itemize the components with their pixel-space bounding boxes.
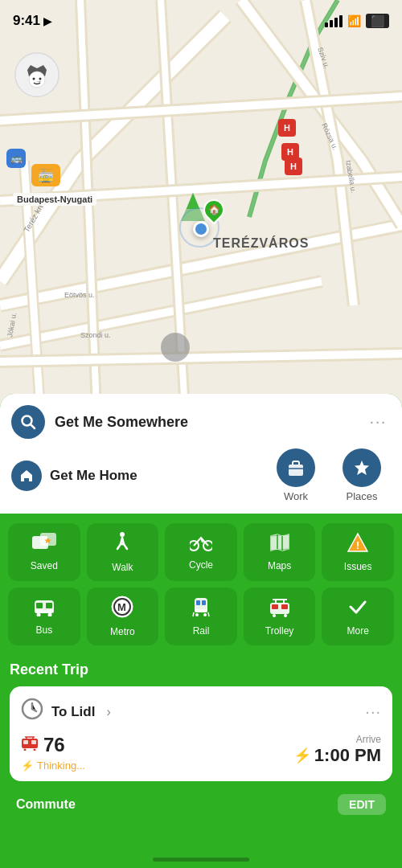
svg-point-40	[195, 613, 199, 616]
arrive-time: ⚡ 1:00 PM	[293, 745, 381, 766]
svg-point-41	[203, 613, 207, 616]
status-bar: 9:41 ▶ 📶 ⬛	[0, 0, 402, 35]
svg-point-45	[273, 614, 276, 617]
svg-point-52	[34, 748, 36, 751]
search-container: Get Me Somewhere ··· Get Me Home	[0, 394, 402, 514]
issues-icon: !	[347, 532, 369, 556]
rail-button[interactable]: Rail	[165, 588, 237, 645]
bottom-sheet: Get Me Somewhere ··· Get Me Home	[0, 394, 402, 868]
more-label: More	[347, 625, 369, 637]
work-button[interactable]: Work	[267, 448, 325, 502]
metro-button[interactable]: M Metro	[87, 588, 159, 645]
work-button-label: Work	[284, 490, 308, 502]
wifi-icon: 📶	[347, 14, 361, 27]
status-time: 9:41 ▶	[13, 13, 51, 29]
trip-details: 76 ⚡ Thinking... Arrive ⚡ 1:00 PM	[21, 734, 381, 772]
bus-stop-3: H	[285, 158, 302, 175]
cycle-icon	[190, 534, 212, 555]
map-area[interactable]: Teréz krt. Jókai u. Eötvös u. Szondi u. …	[0, 0, 402, 410]
svg-point-31	[36, 613, 40, 617]
trip-right: Arrive ⚡ 1:00 PM	[293, 734, 381, 766]
svg-rect-30	[35, 610, 54, 613]
grid-row-1: Saved Walk	[8, 523, 394, 581]
search-menu-button[interactable]: ···	[365, 409, 391, 435]
cycle-button[interactable]: Cycle	[165, 523, 237, 581]
svg-text:Eötvös u.: Eötvös u.	[64, 291, 95, 299]
svg-rect-16	[289, 465, 303, 476]
metro-label: Metro	[110, 626, 135, 637]
svg-rect-43	[272, 604, 278, 609]
quick-actions-row: Get Me Home Work Place	[11, 448, 391, 502]
svg-point-32	[47, 613, 51, 617]
rail-label: Rail	[193, 625, 210, 637]
location-dot	[193, 221, 209, 237]
svg-rect-50	[31, 740, 36, 744]
places-button[interactable]: Places	[333, 448, 391, 502]
trip-name: To Lidl	[51, 704, 95, 720]
trip-card[interactable]: To Lidl › ···	[10, 686, 392, 781]
grid-row-2: Bus M Metro	[8, 588, 394, 645]
district-label: TERÉZVÁROS	[213, 236, 309, 251]
location-arrow-icon: ▶	[43, 15, 51, 27]
svg-point-46	[284, 614, 287, 617]
maps-label: Maps	[268, 560, 291, 571]
work-icon	[277, 448, 315, 487]
trolley-bus-icon	[21, 736, 39, 755]
maps-button[interactable]: Maps	[244, 523, 316, 581]
walk-label: Walk	[112, 562, 133, 573]
svg-rect-37	[196, 600, 200, 605]
edit-button[interactable]: EDIT	[338, 794, 386, 815]
trip-arrow-icon: ›	[106, 705, 110, 719]
svg-point-51	[24, 748, 27, 751]
clock-icon	[21, 698, 43, 726]
thinking-status: ⚡ Thinking...	[21, 760, 85, 772]
rail-icon	[190, 596, 212, 620]
maps-icon	[269, 533, 290, 555]
bus-stop-icon: 🚌	[6, 149, 26, 168]
svg-text:→: →	[35, 78, 42, 85]
walk-icon	[113, 531, 132, 557]
recent-section-title: Recent Trip	[10, 661, 392, 678]
places-button-label: Places	[346, 490, 377, 502]
trip-header: To Lidl › ···	[21, 698, 381, 726]
svg-rect-38	[202, 600, 206, 605]
svg-point-22	[120, 532, 125, 537]
search-row: Get Me Somewhere ···	[11, 405, 391, 439]
walk-button[interactable]: Walk	[87, 523, 159, 581]
metro-icon: M	[111, 596, 133, 621]
svg-rect-44	[281, 604, 288, 609]
gray-dot	[161, 333, 190, 362]
svg-text:M: M	[117, 601, 126, 613]
commute-label: Commute	[16, 797, 76, 812]
trip-menu-button[interactable]: ···	[365, 702, 381, 721]
saved-label: Saved	[31, 560, 58, 571]
bus-button[interactable]: Bus	[8, 588, 80, 645]
home-icon	[11, 461, 42, 491]
issues-button[interactable]: ! Issues	[322, 523, 394, 581]
avatar: →	[14, 52, 59, 97]
saved-icon	[32, 533, 56, 555]
arrive-lightning-icon: ⚡	[293, 747, 311, 764]
recent-section: Recent Trip To Lidl › ···	[0, 658, 402, 789]
svg-rect-29	[46, 603, 52, 608]
more-button[interactable]: More	[322, 588, 394, 645]
trolley-button[interactable]: Trolley	[244, 588, 316, 645]
svg-rect-28	[36, 603, 43, 608]
search-placeholder[interactable]: Get Me Somewhere	[55, 414, 355, 431]
more-icon	[347, 596, 368, 620]
status-icons: 📶 ⬛	[325, 14, 389, 28]
places-icon	[343, 448, 381, 487]
home-button-label: Get Me Home	[50, 468, 137, 484]
svg-rect-39	[195, 609, 207, 612]
cycle-label: Cycle	[189, 559, 213, 571]
get-home-button[interactable]: Get Me Home	[11, 454, 259, 497]
grid-section: Saved Walk	[0, 514, 402, 658]
bottom-bar: Commute EDIT	[0, 789, 402, 821]
arrive-label: Arrive	[293, 734, 381, 745]
search-button[interactable]	[11, 405, 45, 439]
bus-icon	[33, 597, 55, 620]
trolley-icon	[268, 596, 292, 620]
bus-number: 76	[43, 734, 65, 756]
trip-destination: To Lidl ›	[21, 698, 111, 726]
saved-button[interactable]: Saved	[8, 523, 80, 581]
